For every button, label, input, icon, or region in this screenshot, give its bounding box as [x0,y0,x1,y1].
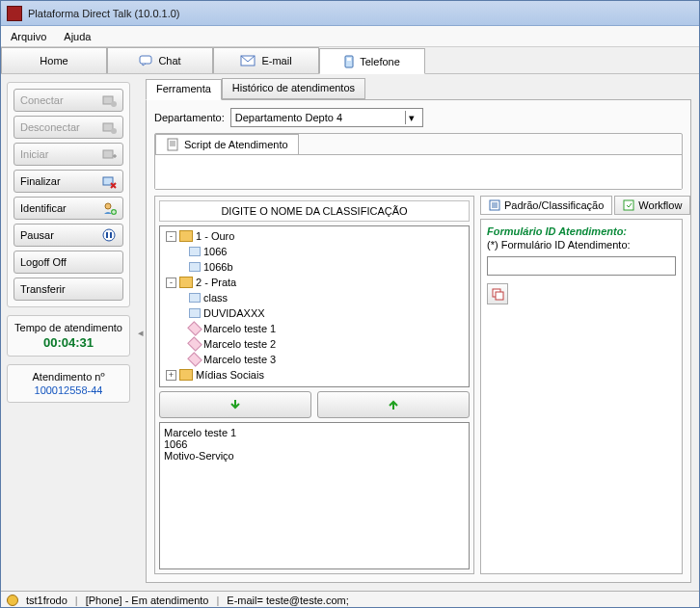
tab-chat[interactable]: Chat [107,47,213,73]
app-icon [7,6,22,21]
finish-icon [101,173,117,189]
leaf-icon [189,308,201,318]
connect-icon [101,93,117,108]
finalizar-button[interactable]: Finalizar [13,170,123,193]
tree-label: 2 - Prata [196,277,236,288]
statusbar: tst1frodo | [Phone] - Em atendimento | E… [1,591,699,608]
tree-item[interactable]: 1066 [162,244,467,259]
identificar-button[interactable]: Identificar [13,197,123,220]
form-icon [489,199,500,211]
user-icon [7,595,18,606]
splitter[interactable]: ◂ [136,74,146,591]
department-label: Departamento: [154,112,225,123]
iniciar-button[interactable]: Iniciar [13,143,123,166]
tree-item[interactable]: Marcelo teste 2 [162,336,467,352]
right-column: Padrão/Classificação Workflow Formulário… [480,196,683,574]
svg-point-10 [105,203,111,209]
status-state: [Phone] - Em atendimento [86,595,209,606]
tree-label: 1066b [203,261,233,273]
department-row: Departamento: Departamento Depto 4 ▾ [154,108,683,127]
workflow-icon [623,199,634,211]
folder-icon [179,230,193,242]
chevron-down-icon: ▾ [405,111,418,124]
tree-item[interactable]: +Mídias Sociais [162,367,467,383]
tree-item[interactable]: -1 - Ouro [162,228,467,244]
tab-telefone[interactable]: Telefone [319,48,425,74]
tab-body: Departamento: Departamento Depto 4 ▾ Scr… [146,99,691,583]
folder-icon [179,277,193,288]
svg-rect-8 [103,150,113,158]
script-panel: Script de Atendimento [154,133,683,190]
tree-item[interactable]: class [162,290,467,305]
form-copy-button[interactable] [487,283,508,304]
right-tabs: Padrão/Classificação Workflow [480,196,683,215]
svg-point-5 [111,101,117,107]
copy-icon [491,287,504,301]
logoff-button[interactable]: Logoff Off [13,251,123,274]
menu-arquivo[interactable]: Arquivo [11,31,46,42]
svg-rect-13 [106,232,108,238]
pink-icon [187,321,202,336]
main-area: Conectar Desconectar Iniciar Finalizar I… [1,74,699,591]
phone-icon [344,55,354,68]
desconectar-button[interactable]: Desconectar [13,116,123,139]
tree-item[interactable]: -2 - Prata [162,275,467,290]
svg-rect-3 [347,58,351,61]
svg-rect-17 [624,200,633,210]
selected-item[interactable]: 1066 [164,438,465,450]
atendimento-box: Atendimento nº 100012558-44 [7,364,130,403]
transfer-icon [101,281,117,297]
tab-home[interactable]: Home [1,47,107,73]
pink-icon [187,352,202,367]
form-title: Formulário ID Atendimento: [487,225,676,237]
classification-title: DIGITE O NOME DA CLASSIFICAÇÃO [159,200,470,222]
expand-icon[interactable]: + [166,370,176,381]
tree-item[interactable]: Marcelo teste 3 [162,352,467,367]
svg-point-12 [103,229,115,241]
atendimento-value: 100012558-44 [13,384,123,396]
tree-item[interactable]: Marcelo teste 1 [162,321,467,336]
svg-rect-0 [140,56,151,64]
subtab-ferramenta[interactable]: Ferramenta [146,79,222,100]
tree-label: Marcelo teste 1 [203,323,276,334]
lower-area: DIGITE O NOME DA CLASSIFICAÇÃO -1 - Ouro… [154,196,683,574]
expand-icon[interactable]: - [166,278,176,288]
tree-item[interactable]: DUVIDAXXX [162,305,467,321]
form-input[interactable] [487,256,676,276]
identify-icon [101,200,117,216]
tab-workflow[interactable]: Workflow [614,196,690,215]
arrow-up-icon [387,398,400,411]
subtab-historico[interactable]: Histórico de atendimentos [222,78,365,99]
pausar-button[interactable]: Pausar [13,224,123,247]
start-icon [101,146,117,162]
sidebar: Conectar Desconectar Iniciar Finalizar I… [1,74,136,591]
form-subtitle: (*) Formulário ID Atendimento: [487,239,676,251]
tab-email[interactable]: E-mail [213,47,319,73]
transferir-button[interactable]: Transferir [13,278,123,301]
svg-rect-19 [496,292,503,300]
timer-box: Tempo de atendimento 00:04:31 [7,315,130,357]
selected-item[interactable]: Motivo-Serviço [164,450,465,462]
arrow-down-icon [229,398,242,411]
move-up-button[interactable] [317,391,470,418]
selected-item[interactable]: Marcelo teste 1 [164,427,465,438]
menu-ajuda[interactable]: Ajuda [64,31,91,42]
email-icon [240,55,256,66]
tree-label: DUVIDAXXX [203,307,265,319]
tab-padrao[interactable]: Padrão/Classificação [480,196,612,215]
selected-classifications[interactable]: Marcelo teste 11066Motivo-Serviço [159,422,470,569]
conectar-button[interactable]: Conectar [13,89,123,112]
form-body: Formulário ID Atendimento: (*) Formulári… [480,219,683,574]
atendimento-label: Atendimento nº [13,371,123,383]
expand-icon[interactable]: - [166,231,176,242]
status-user: tst1frodo [26,595,67,606]
department-combo[interactable]: Departamento Depto 4 ▾ [230,108,423,127]
tree-label: 1066 [203,246,227,257]
move-down-button[interactable] [159,391,311,418]
script-tab[interactable]: Script de Atendimento [155,134,299,154]
classification-tree[interactable]: -1 - Ouro10661066b-2 - PrataclassDUVIDAX… [159,225,470,387]
timer-value: 00:04:31 [13,335,123,350]
tree-item[interactable]: 1066b [162,259,467,275]
logoff-icon [101,254,117,270]
tree-label: 1 - Ouro [196,230,234,242]
